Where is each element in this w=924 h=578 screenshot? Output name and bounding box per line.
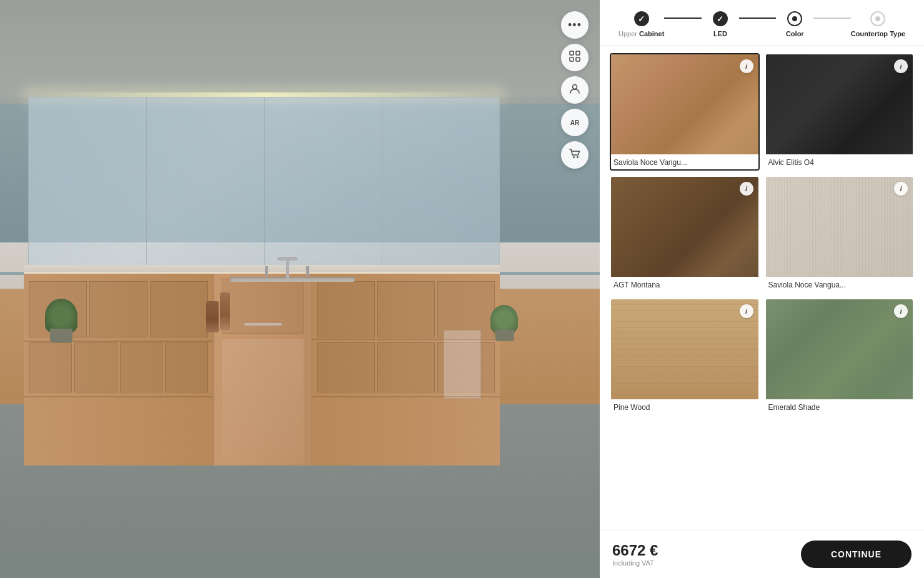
- step-connector-1: [664, 17, 702, 19]
- color-card-saviola-noce-2[interactable]: i Saviola Noce Vangua...: [765, 176, 915, 293]
- svg-point-6: [577, 156, 579, 158]
- svg-point-5: [573, 156, 575, 158]
- color-name-agt-montana: AGT Montana: [611, 277, 758, 292]
- fab-group: •••: [561, 11, 589, 169]
- step-circle-upper-cabinet: ✓: [634, 11, 649, 26]
- step-circle-countertop: [870, 11, 885, 26]
- vanity-cabinet: [24, 272, 500, 466]
- svg-point-4: [573, 85, 577, 89]
- svg-rect-0: [570, 51, 574, 55]
- price-vat-label: Including VAT: [612, 559, 658, 567]
- color-name-emerald-shade: Emerald Shade: [766, 399, 913, 414]
- color-swatch-saviola-noce-1: [611, 54, 758, 154]
- upper-wall: [0, 0, 600, 97]
- continue-button[interactable]: CONTINUE: [801, 541, 912, 568]
- color-card-pine-wood[interactable]: i Pine Wood: [610, 298, 760, 416]
- color-name-saviola-noce-1: Saviola Noce Vangu...: [611, 154, 758, 169]
- color-name-pine-wood: Pine Wood: [611, 399, 758, 414]
- footer-bar: 6672 € Including VAT CONTINUE: [600, 530, 924, 578]
- step-label-led: LED: [713, 30, 727, 37]
- progress-steps: ✓ Upper Cabinet ✓ LED: [612, 11, 912, 37]
- configuration-panel: ✓ Upper Cabinet ✓ LED: [600, 0, 924, 578]
- step-circle-led: ✓: [713, 11, 728, 26]
- price-area: 6672 € Including VAT: [612, 542, 658, 567]
- info-button-emerald-shade[interactable]: i: [894, 304, 908, 318]
- color-card-emerald-shade[interactable]: i Emerald Shade: [765, 298, 915, 416]
- color-card-agt-montana[interactable]: i AGT Montana: [610, 176, 760, 293]
- faucet-arm: [277, 257, 297, 261]
- step-connector-2: [739, 17, 777, 19]
- grid-icon: [569, 51, 580, 64]
- color-swatch-alvic-elitis: [766, 54, 913, 154]
- info-button-pine-wood[interactable]: i: [740, 304, 753, 318]
- inactive-step-dot: [875, 16, 880, 21]
- step-color: Color: [776, 11, 813, 37]
- more-icon: •••: [568, 19, 582, 32]
- svg-rect-3: [576, 57, 580, 61]
- sink: [230, 277, 355, 282]
- color-swatch-saviola-noce-2: [766, 177, 913, 277]
- color-name-saviola-noce-2: Saviola Noce Vangua...: [766, 277, 913, 292]
- step-connector-3: [813, 17, 851, 19]
- step-label-countertop: Countertop Type: [851, 30, 905, 37]
- checkmark-icon-2: ✓: [717, 14, 723, 24]
- info-button-saviola-noce-2[interactable]: i: [894, 182, 908, 196]
- bathroom-background: •••: [0, 0, 600, 578]
- step-label-upper-cabinet: Upper Cabinet: [618, 30, 664, 37]
- faucet: [286, 260, 289, 279]
- checkmark-icon: ✓: [638, 14, 645, 24]
- cart-icon: [569, 148, 580, 162]
- price-value: 6672 €: [612, 542, 658, 559]
- svg-rect-2: [570, 57, 574, 61]
- info-button-alvic-elitis[interactable]: i: [894, 59, 908, 73]
- grid-fab-button[interactable]: [561, 44, 589, 71]
- mirror-cabinet: [28, 97, 500, 272]
- color-selection-grid: i Saviola Noce Vangu... i Alvic Elitis O…: [600, 46, 924, 530]
- faucet-handle-left: [265, 266, 268, 276]
- color-swatch-emerald-shade: [766, 299, 913, 399]
- step-countertop: Countertop Type: [851, 11, 905, 37]
- active-step-dot: [792, 16, 797, 21]
- color-name-alvic-elitis: Alvic Elitis O4: [766, 154, 913, 169]
- menu-fab-button[interactable]: •••: [561, 11, 589, 39]
- color-card-saviola-noce-1[interactable]: i Saviola Noce Vangu...: [610, 53, 760, 171]
- avatar-fab-button[interactable]: [561, 76, 589, 104]
- person-icon: [569, 83, 580, 97]
- info-button-agt-montana[interactable]: i: [740, 182, 753, 196]
- step-circle-color: [787, 11, 802, 26]
- bathroom-preview: •••: [0, 0, 600, 578]
- info-button-saviola-noce-1[interactable]: i: [740, 59, 753, 73]
- ar-icon: AR: [570, 119, 579, 126]
- color-card-alvic-elitis[interactable]: i Alvic Elitis O4: [765, 53, 915, 171]
- steps-header: ✓ Upper Cabinet ✓ LED: [600, 0, 924, 46]
- color-swatch-pine-wood: [611, 299, 758, 399]
- faucet-handle-right: [306, 266, 309, 276]
- cart-fab-button[interactable]: [561, 141, 589, 169]
- step-upper-cabinet: ✓ Upper Cabinet: [618, 11, 664, 37]
- step-led: ✓ LED: [702, 11, 739, 37]
- svg-rect-1: [576, 51, 580, 55]
- step-label-color: Color: [786, 30, 804, 37]
- color-swatch-agt-montana: [611, 177, 758, 277]
- ar-fab-button[interactable]: AR: [561, 109, 589, 136]
